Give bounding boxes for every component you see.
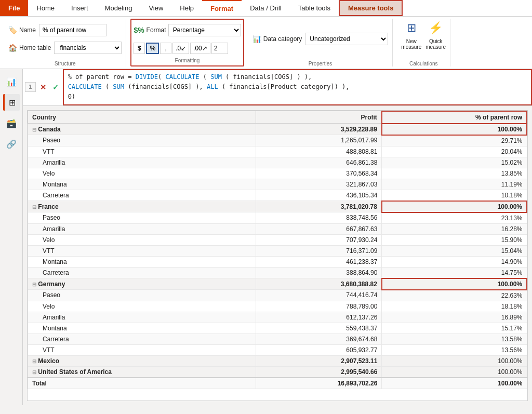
formatting-group-content: $% Format Percentage General Whole Numbe… <box>134 22 241 56</box>
name-label: Name <box>19 26 36 34</box>
data-category-row: 📊 Data category Uncategorized Web URL Im… <box>252 33 389 45</box>
ribbon-content: 🏷️ Name 🏠 Home table financials <box>0 17 532 69</box>
profit-cell: 436,105.34 <box>256 190 382 201</box>
comma-button[interactable]: , <box>160 43 171 54</box>
sub-country-cell: Paseo <box>28 290 256 301</box>
data-category-select[interactable]: Uncategorized Web URL Image URL <box>305 33 388 45</box>
pct-cell: 15.90% <box>382 234 527 245</box>
structure-group-content: 🏷️ Name 🏠 Home table financials <box>8 19 122 59</box>
expand-icon[interactable]: ⊟ <box>32 358 36 364</box>
formatting-group: $% Format Percentage General Whole Numbe… <box>130 19 244 66</box>
expand-icon[interactable]: ⊟ <box>32 282 36 287</box>
sub-country-cell: Paseo <box>28 212 256 224</box>
tab-home[interactable]: Home <box>28 0 63 16</box>
profit-cell: 744,416.74 <box>256 290 382 301</box>
pct-cell: 14.90% <box>382 256 527 267</box>
table-row: ⊟ France3,781,020.78100.00% <box>28 201 527 212</box>
col-header-country: Country <box>28 111 256 124</box>
country-cell: ⊟ Canada <box>28 124 256 135</box>
total-profit: 16,893,702.26 <box>256 378 382 389</box>
pct-cell: 23.13% <box>382 212 527 224</box>
profit-cell: 838,748.56 <box>256 212 382 224</box>
tab-file[interactable]: File <box>0 0 28 16</box>
tab-modeling[interactable]: Modeling <box>97 0 141 16</box>
col-header-profit: Profit <box>256 111 382 124</box>
sidebar-icon-model[interactable]: 🔗 <box>3 136 20 152</box>
table-row: ⊟ Canada3,529,228.89100.00% <box>28 124 527 135</box>
data-category-label: Data category <box>263 35 302 43</box>
profit-cell: 559,438.37 <box>256 323 382 333</box>
table-row: Velo788,789.0018.18% <box>28 301 527 312</box>
expand-icon[interactable]: ⊟ <box>32 127 36 132</box>
decimal-input[interactable] <box>211 43 228 54</box>
name-input[interactable] <box>39 24 107 36</box>
pct-cell: 14.75% <box>382 267 527 278</box>
table-row: VTT605,932.7713.56% <box>28 344 527 355</box>
formula-confirm-button[interactable]: ✓ <box>50 82 61 92</box>
tab-table-tools[interactable]: Table tools <box>290 0 339 16</box>
sidebar-icon-chart[interactable]: 📊 <box>3 73 20 90</box>
sidebar: 📊 ⊞ 🗃️ 🔗 <box>0 69 23 405</box>
dollar-button[interactable]: $ <box>134 43 145 54</box>
data-category-group: 📊 Data category Uncategorized Web URL Im… <box>252 33 389 45</box>
total-pct: 100.00% <box>382 378 527 389</box>
table-row: Carretera369,674.6813.58% <box>28 333 527 344</box>
sub-country-cell: Montana <box>28 179 256 190</box>
profit-cell: 1,265,017.99 <box>256 135 382 146</box>
formula-editor[interactable]: % of parent row = DIVIDE( CALCULATE ( SU… <box>63 69 532 105</box>
structure-group: 🏷️ Name 🏠 Home table financials <box>4 19 126 66</box>
sub-country-cell: Velo <box>28 234 256 245</box>
profit-cell: 370,568.34 <box>256 168 382 179</box>
profit-cell: 2,907,523.11 <box>256 355 382 366</box>
pct-cell: 13.58% <box>382 333 527 344</box>
profit-cell: 612,137.26 <box>256 312 382 323</box>
app-layout: 📊 ⊞ 🗃️ 🔗 1 ✕ ✓ % of parent row = DIVIDE(… <box>0 69 532 405</box>
table-row: Velo370,568.3413.85% <box>28 168 527 179</box>
table-row: Velo707,930.2415.90% <box>28 234 527 245</box>
home-table-label: Home table <box>19 44 51 51</box>
sidebar-icon-data[interactable]: 🗃️ <box>3 115 20 131</box>
table-row: Amarilla667,867.6316.28% <box>28 223 527 234</box>
formula-cancel-button[interactable]: ✕ <box>38 82 48 92</box>
col-header-pct: % of parent row <box>382 111 527 124</box>
table-row: Montana461,238.3714.90% <box>28 256 527 267</box>
format-text-label: Format <box>147 26 166 34</box>
expand-icon[interactable]: ⊟ <box>32 204 36 210</box>
properties-label: Properties <box>309 59 332 66</box>
format-buttons: $ % , .0↙ .00↗ <box>134 43 241 54</box>
format-select[interactable]: Percentage General Whole Number Decimal … <box>168 24 241 36</box>
sub-country-cell: Carretera <box>28 333 256 344</box>
profit-cell: 3,781,020.78 <box>256 201 382 212</box>
tab-format[interactable]: Format <box>202 0 242 16</box>
home-table-select[interactable]: financials <box>54 42 122 54</box>
pct-cell: 13.56% <box>382 344 527 355</box>
table-row: Montana321,867.0311.19% <box>28 179 527 190</box>
pct-cell: 18.18% <box>382 301 527 312</box>
tab-measure-tools[interactable]: Measure tools <box>339 0 403 16</box>
pct-cell: 16.28% <box>382 223 527 234</box>
percent-button[interactable]: % <box>146 43 159 54</box>
tab-help[interactable]: Help <box>171 0 202 16</box>
decimal-decrease-button[interactable]: .0↙ <box>172 43 189 54</box>
pct-cell: 15.02% <box>382 157 527 168</box>
quick-measure-button[interactable]: ⚡ Quickmeasure <box>425 19 446 50</box>
data-category-icon: 📊 <box>252 35 261 43</box>
country-cell: ⊟ United States of America <box>28 366 256 378</box>
profit-cell: 716,371.09 <box>256 245 382 256</box>
sub-country-cell: VTT <box>28 344 256 355</box>
name-row: 🏷️ Name <box>8 24 122 36</box>
new-measure-button[interactable]: ⊞ Newmeasure <box>401 19 421 50</box>
tab-data-drill[interactable]: Data / Drill <box>242 0 290 16</box>
tab-view[interactable]: View <box>140 0 171 16</box>
pct-cell: 11.19% <box>382 179 527 190</box>
sidebar-icon-table[interactable]: ⊞ <box>3 94 20 111</box>
profit-cell: 3,529,228.89 <box>256 124 382 135</box>
decimal-increase-button[interactable]: .00↗ <box>190 43 210 54</box>
table-row: Paseo744,416.7422.63% <box>28 290 527 301</box>
format-label-row: $% Format Percentage General Whole Numbe… <box>134 24 241 36</box>
new-measure-icon: ⊞ <box>402 19 421 37</box>
profit-cell: 605,932.77 <box>256 344 382 355</box>
tab-insert[interactable]: Insert <box>63 0 97 16</box>
expand-icon[interactable]: ⊟ <box>32 369 36 375</box>
table-container[interactable]: Country Profit % of parent row ⊟ Canada3… <box>27 110 528 401</box>
